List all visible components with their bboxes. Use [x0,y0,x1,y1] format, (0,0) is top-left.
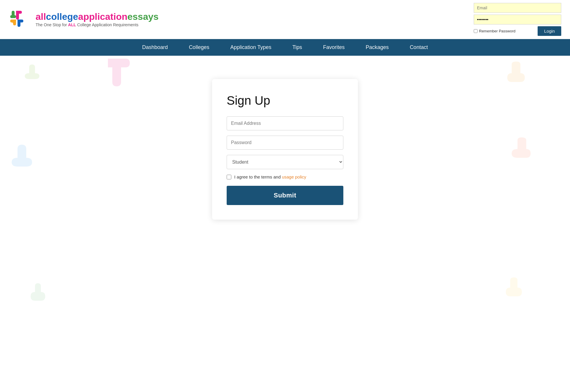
login-area: Remember Password Login [474,3,561,36]
bg-puzzle-green [23,64,64,102]
login-email-input[interactable] [474,3,561,13]
header: allcollegeapplicationessays The One Stop… [0,0,570,39]
bg-puzzle-yellow2 [503,277,541,312]
logo-puzzle-icon [9,9,32,30]
remember-password-text: Remember Password [479,29,515,33]
submit-button[interactable]: Submit [227,186,343,205]
terms-text: I agree to the terms and usage policy [234,174,306,179]
logo-all: all [36,11,46,22]
tagline-all: ALL [68,22,76,27]
logo-title: allcollegeapplicationessays [36,12,159,22]
remember-password-checkbox[interactable] [474,29,478,33]
nav-item-dashboard[interactable]: Dashboard [132,39,178,56]
logo-tagline: The One Stop for ALL College Application… [36,22,159,27]
bg-puzzle-green2 [29,283,64,315]
logo-area: allcollegeapplicationessays The One Stop… [9,9,159,30]
email-input[interactable] [227,116,343,130]
logo-text-area: allcollegeapplicationessays The One Stop… [36,12,159,27]
nav-item-packages[interactable]: Packages [355,39,399,56]
logo-college: college [46,11,78,22]
tagline-prefix: The One Stop for [36,22,68,27]
usage-policy-link[interactable]: usage policy [282,174,306,179]
nav-item-colleges[interactable]: Colleges [178,39,220,56]
bg-puzzle-yellow [506,62,552,105]
nav-item-favorites[interactable]: Favorites [313,39,355,56]
bg-puzzle-orange [509,137,561,187]
nav-bar: Dashboard Colleges Application Types Tip… [0,39,570,56]
password-input[interactable] [227,136,343,150]
nav-item-tips[interactable]: Tips [282,39,312,56]
remember-password-label[interactable]: Remember Password [474,29,515,33]
main-content: Sign Up Student Counselor Parent I agree… [0,56,570,318]
bg-puzzle-blue [6,143,64,202]
login-bottom: Remember Password Login [474,26,561,36]
nav-item-contact[interactable]: Contact [399,39,438,56]
tagline-suffix: College Application Requirements [76,22,139,27]
terms-checkbox[interactable] [227,175,231,179]
signup-title: Sign Up [227,94,343,108]
logo-application: application [78,11,127,22]
terms-prefix: I agree to the terms and [234,174,282,179]
login-password-input[interactable] [474,15,561,24]
nav-item-application-types[interactable]: Application Types [220,39,282,56]
logo-essays: essays [127,11,159,22]
terms-row: I agree to the terms and usage policy [227,174,343,179]
signup-card: Sign Up Student Counselor Parent I agree… [212,79,358,220]
role-select[interactable]: Student Counselor Parent [227,155,343,169]
bg-puzzle-pink [99,59,152,105]
login-button[interactable]: Login [538,26,561,36]
